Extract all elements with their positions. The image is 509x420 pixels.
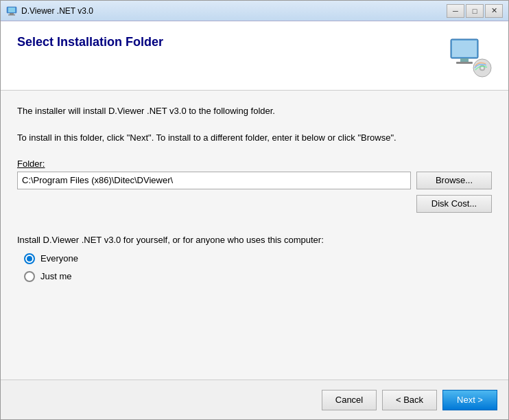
page-title: Select Installation Folder	[17, 35, 163, 49]
svg-point-10	[481, 67, 484, 69]
header-icon	[448, 35, 492, 79]
desc-line2: To install in this folder, click "Next".…	[17, 132, 396, 143]
install-for-section: Install D.Viewer .NET v3.0 for yourself,…	[17, 235, 492, 282]
header-area: Select Installation Folder	[17, 35, 492, 79]
footer: Cancel < Back Next >	[1, 380, 508, 419]
folder-input[interactable]	[17, 172, 411, 189]
svg-rect-2	[10, 13, 14, 14]
window-title: D.Viewer .NET v3.0	[21, 6, 447, 16]
main-content: The installer will install D.Viewer .NET…	[1, 91, 508, 380]
folder-section: Folder: Browse... Disk Cost...	[17, 159, 492, 213]
description-text: The installer will install D.Viewer .NET…	[17, 104, 492, 145]
cancel-button[interactable]: Cancel	[322, 390, 377, 410]
close-button[interactable]: ✕	[485, 4, 503, 18]
maximize-button[interactable]: □	[466, 4, 484, 18]
svg-rect-7	[456, 62, 473, 64]
browse-button[interactable]: Browse...	[416, 172, 492, 189]
diskcost-button[interactable]: Disk Cost...	[416, 195, 492, 213]
radio-justme[interactable]: Just me	[24, 271, 492, 282]
titlebar: D.Viewer .NET v3.0 ─ □ ✕	[1, 1, 508, 21]
svg-rect-3	[8, 14, 15, 16]
svg-rect-1	[8, 8, 15, 12]
radio-everyone-circle	[24, 253, 35, 264]
app-icon	[6, 5, 17, 16]
svg-rect-5	[452, 40, 477, 57]
svg-rect-6	[460, 58, 469, 62]
desc-line1: The installer will install D.Viewer .NET…	[17, 106, 275, 116]
installer-window: D.Viewer .NET v3.0 ─ □ ✕ Select Installa…	[0, 0, 509, 420]
window-controls: ─ □ ✕	[447, 4, 503, 18]
radio-everyone-label: Everyone	[40, 253, 78, 264]
minimize-button[interactable]: ─	[447, 4, 464, 18]
content-area: Select Installation Folder	[1, 21, 508, 380]
folder-row: Browse...	[17, 172, 492, 189]
radio-justme-circle	[24, 271, 35, 282]
diskcost-row: Disk Cost...	[17, 195, 492, 213]
folder-label: Folder:	[17, 159, 492, 169]
next-button[interactable]: Next >	[442, 390, 497, 410]
back-button[interactable]: < Back	[382, 390, 437, 410]
radio-justme-label: Just me	[40, 271, 72, 281]
install-for-label: Install D.Viewer .NET v3.0 for yourself,…	[17, 235, 492, 245]
radio-everyone[interactable]: Everyone	[24, 253, 492, 264]
radio-group: Everyone Just me	[17, 253, 492, 282]
